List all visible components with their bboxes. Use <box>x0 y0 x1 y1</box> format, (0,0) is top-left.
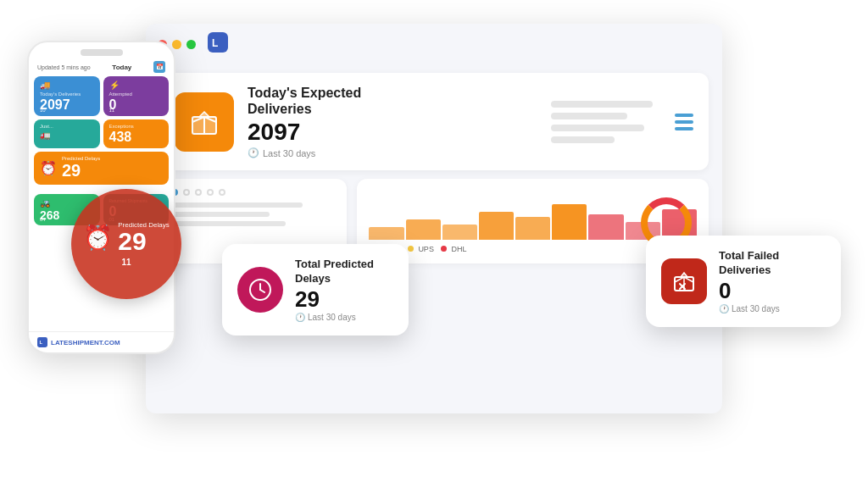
circle-alarm-icon: ⏰ <box>83 224 113 252</box>
popup-failed-title: Total Failed Deliveries <box>719 249 780 278</box>
svg-line-8 <box>260 290 264 292</box>
dhl-dot <box>441 246 447 252</box>
popup-delays-value: 29 <box>295 286 374 313</box>
mini-bar-2 <box>171 212 270 217</box>
clock-svg-icon <box>248 278 272 302</box>
window-titlebar: L <box>146 24 722 64</box>
dots-row <box>171 189 335 196</box>
exceptions-value: 438 <box>109 130 164 144</box>
phone-row-2: Just... 🚛 Exceptions 438 <box>34 119 169 148</box>
dot-3 <box>195 189 202 196</box>
deliveries-label: Today's Deliveries <box>40 92 94 97</box>
lateshipment-logo: L <box>37 337 47 347</box>
package-icon <box>187 105 221 139</box>
delays-sub: 11 <box>34 186 169 191</box>
dot-2 <box>183 189 190 196</box>
dhl-legend: DHL <box>441 245 467 253</box>
just-card: Just... 🚛 <box>34 119 100 148</box>
lightning-icon: ⚡ <box>109 80 164 90</box>
just-icon: 🚛 <box>40 130 94 140</box>
calendar-icon[interactable]: 📅 <box>153 61 165 73</box>
bar-1 <box>369 227 403 240</box>
popup-delays-title: Total Predicted Delays <box>295 258 374 286</box>
circle-sub: 11 <box>121 258 131 267</box>
circle-text: Predicted Delays 29 <box>118 221 169 255</box>
popup-failed-value: 0 <box>719 278 780 304</box>
popup-failed-info: Total Failed Deliveries 0 🕐 Last 30 days <box>719 249 780 313</box>
gray-bar-2 <box>551 113 627 119</box>
line-2 <box>675 120 693 124</box>
alarm-icon: ⏰ <box>40 160 57 176</box>
attempted-card: ⚡ Attempted 0 11 <box>103 76 170 116</box>
attempted-sub: 11 <box>109 108 115 113</box>
clock-icon: 🕐 <box>248 147 259 158</box>
popup-delays-icon-box <box>237 267 283 313</box>
delays-value: 29 <box>62 161 100 180</box>
window-logo: L <box>208 32 228 56</box>
phone-row-1: 🚚 Today's Deliveries 2097 10 ⚡ Attempted… <box>34 76 169 116</box>
circle-highlight: ⏰ Predicted Delays 29 11 <box>71 189 181 299</box>
popup-total-delays: Total Predicted Delays 29 🕐 Last 30 days <box>222 244 409 336</box>
attempted-label: Attempted <box>109 92 164 97</box>
deliveries-value: 2097 <box>40 98 94 112</box>
todays-period: 🕐 Last 30 days <box>248 147 361 158</box>
bar-4 <box>479 212 514 240</box>
bar-7 <box>588 214 623 240</box>
traffic-light-green[interactable] <box>186 40 196 49</box>
failed-clock-icon: 🕐 <box>719 304 729 313</box>
popup-failed-icon-box <box>661 258 707 304</box>
bar-2 <box>406 219 441 240</box>
delays-text: Predicted Delays 29 <box>62 156 100 180</box>
todays-info: Today's Expected Deliveries 2097 🕐 Last … <box>248 85 361 158</box>
deliveries-card: 🚚 Today's Deliveries 2097 10 <box>34 76 100 116</box>
mini-bar-3 <box>171 221 286 226</box>
exceptions-card: Exceptions 438 <box>103 119 170 148</box>
window-content: Today's Expected Deliveries 2097 🕐 Last … <box>146 64 722 272</box>
transit-sub: 04 <box>40 217 46 222</box>
truck-icon: 🚚 <box>40 80 94 90</box>
popup-clock-icon: 🕐 <box>295 313 305 322</box>
deliveries-sub: 10 <box>40 108 46 113</box>
popup-failed-deliveries: Total Failed Deliveries 0 🕐 Last 30 days <box>646 236 841 327</box>
mini-bars <box>171 202 335 226</box>
deliveries-icon-box <box>175 92 234 152</box>
gray-bars-area <box>551 101 653 143</box>
bar-3 <box>442 225 477 240</box>
bar-5 <box>515 217 550 240</box>
just-label: Just... <box>40 124 94 129</box>
svg-text:L: L <box>39 340 42 345</box>
gray-bar-3 <box>551 125 644 131</box>
phone-footer: L LATESHIPMENT.COM <box>29 331 174 352</box>
gray-bar-1 <box>551 101 653 108</box>
updated-text: Updated 5 mins ago <box>37 64 91 70</box>
bar-6 <box>552 204 587 240</box>
footer-brand: LATESHIPMENT.COM <box>51 339 120 347</box>
phone-notch <box>81 49 123 56</box>
phone-header: Updated 5 mins ago Today 📅 <box>29 59 174 76</box>
date-text: Today <box>112 64 131 71</box>
popup-delays-info: Total Predicted Delays 29 🕐 Last 30 days <box>295 258 374 322</box>
circle-value: 29 <box>118 229 169 254</box>
line-3 <box>675 127 693 130</box>
desktop-window: L Today's Expected Deliv <box>146 24 722 413</box>
todays-title: Today's Expected Deliveries <box>248 85 361 117</box>
traffic-light-yellow[interactable] <box>172 40 181 49</box>
todays-value: 2097 <box>248 119 361 146</box>
svg-text:L: L <box>212 37 218 49</box>
ups-legend: UPS <box>408 245 434 253</box>
gray-bar-4 <box>551 136 615 143</box>
three-lines <box>675 114 693 130</box>
mini-bar-1 <box>171 202 303 208</box>
ups-dot <box>408 246 414 252</box>
dot-4 <box>207 189 214 196</box>
popup-failed-period: 🕐 Last 30 days <box>719 304 780 313</box>
failed-package-icon <box>671 269 697 294</box>
todays-deliveries-card: Today's Expected Deliveries 2097 🕐 Last … <box>159 73 709 170</box>
phone-delays-row: ⏰ Predicted Delays 29 11 <box>34 152 169 191</box>
line-1 <box>675 114 693 117</box>
popup-delays-period: 🕐 Last 30 days <box>295 313 374 322</box>
scene: Updated 5 mins ago Today 📅 🚚 Today's Del… <box>27 24 841 464</box>
dot-5 <box>219 189 225 196</box>
circle-inner: ⏰ Predicted Delays 29 <box>83 221 169 255</box>
attempted-value: 0 <box>109 98 164 112</box>
